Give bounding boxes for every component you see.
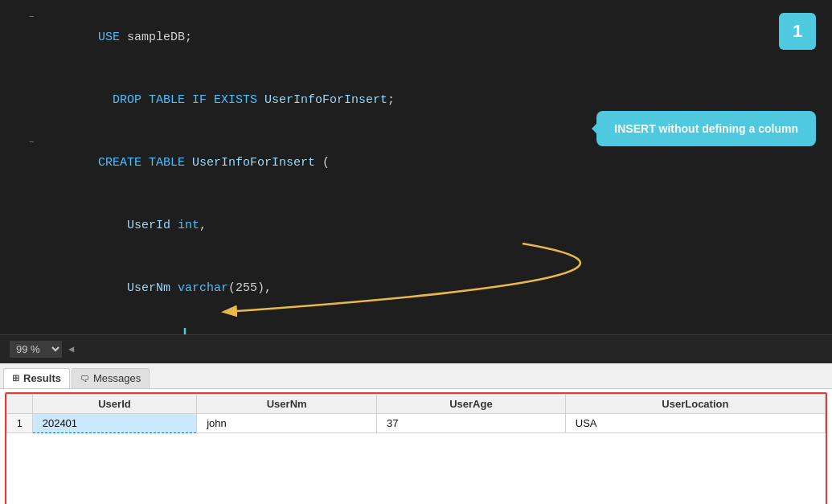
cell-usernm-1[interactable]: john [197, 414, 377, 433]
code-line-6: UserAge int , [0, 320, 832, 334]
step-badge: 1 [779, 13, 816, 50]
code-line-5: UserNm varchar(255), [0, 257, 832, 320]
tab-messages-label: Messages [93, 372, 141, 384]
results-tabs: ⊞ Results 🗨 Messages [0, 363, 832, 389]
col-header-userage: UserAge [377, 395, 566, 414]
badge-value: 1 [793, 21, 802, 42]
content-1: USE sampleDB; [40, 6, 824, 69]
message-icon: 🗨 [80, 374, 89, 383]
scroll-left-icon[interactable]: ◀ [68, 343, 74, 355]
grid-icon: ⊞ [12, 373, 19, 383]
code-line-1: − USE sampleDB; [0, 6, 832, 69]
content-4: UserId int, [40, 195, 824, 257]
results-table-wrap: UserId UserNm UserAge UserLocation [6, 394, 826, 504]
tooltip-bubble: INSERT without defining a column [596, 111, 816, 146]
table-header-row: UserId UserNm UserAge UserLocation [7, 395, 826, 414]
tab-results[interactable]: ⊞ Results [3, 368, 70, 388]
status-bar: 99 % 50 % 75 % 100 % 125 % 150 % ◀ [0, 334, 832, 363]
main-container: 1 INSERT without defining a column − USE… [0, 0, 832, 504]
results-table: UserId UserNm UserAge UserLocation [6, 394, 826, 433]
results-table-outer: UserId UserNm UserAge UserLocation [5, 392, 827, 504]
cell-userid-1[interactable]: 202401 [32, 414, 197, 433]
content-6: UserAge int , [40, 320, 824, 334]
tab-messages[interactable]: 🗨 Messages [72, 368, 150, 388]
code-editor: 1 INSERT without defining a column − USE… [0, 0, 832, 334]
cell-userage-1[interactable]: 37 [377, 414, 566, 433]
content-5: UserNm varchar(255), [40, 257, 824, 320]
col-header-userlocation: UserLocation [565, 395, 825, 414]
collapse-1[interactable]: − [29, 6, 40, 27]
code-line-4: UserId int, [0, 195, 832, 257]
tab-results-label: Results [23, 372, 61, 384]
tooltip-text: INSERT without defining a column [614, 122, 798, 135]
cell-rownum-1: 1 [7, 414, 33, 433]
zoom-select[interactable]: 99 % 50 % 75 % 100 % 125 % 150 % [10, 341, 62, 358]
table-row: 1 202401 john 37 [7, 414, 826, 433]
cell-userlocation-1[interactable]: USA [565, 414, 825, 433]
results-panel: ⊞ Results 🗨 Messages UserId [0, 363, 832, 504]
collapse-3[interactable]: − [29, 132, 40, 153]
col-header-userid: UserId [32, 395, 197, 414]
col-rownum [7, 395, 33, 414]
col-header-usernm: UserNm [197, 395, 377, 414]
